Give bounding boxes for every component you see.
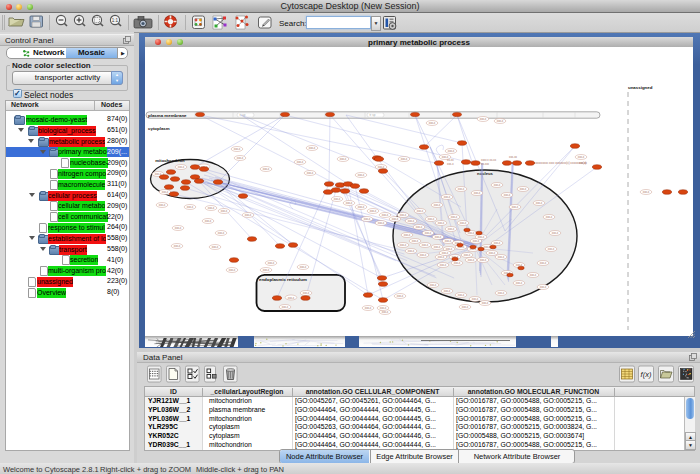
svg-text:xxx-x: xxx-x	[546, 215, 553, 219]
svg-text:xx-xxx: xx-xxx	[481, 162, 490, 166]
svg-text:xxx-x: xxx-x	[364, 217, 371, 221]
svg-text:xxx-x: xxx-x	[540, 261, 547, 265]
svg-text:xxx-x: xxx-x	[378, 221, 385, 225]
svg-text:xxx-x: xxx-x	[445, 239, 452, 243]
svg-text:xxx-x: xxx-x	[208, 206, 215, 210]
svg-text:xxx-x: xxx-x	[400, 213, 407, 217]
svg-text:xxx-x: xxx-x	[297, 160, 304, 164]
svg-text:xxx-x: xxx-x	[498, 255, 505, 259]
svg-text:xxx-x: xxx-x	[468, 258, 475, 262]
svg-text:xxx-x: xxx-x	[382, 213, 389, 217]
svg-text:xxx-x: xxx-x	[442, 251, 449, 255]
svg-text:xxx-x: xxx-x	[358, 205, 365, 209]
svg-text:xxx-x: xxx-x	[408, 249, 415, 253]
svg-text:tr sp: tr sp	[370, 113, 376, 117]
svg-text:xxx-x: xxx-x	[422, 243, 429, 247]
svg-text:xxx-x: xxx-x	[400, 243, 407, 247]
svg-text:xxx-x: xxx-x	[187, 205, 194, 209]
svg-text:xxx-x: xxx-x	[444, 195, 451, 199]
svg-text:xxx-x: xxx-x	[417, 209, 424, 213]
svg-text:xxx-x: xxx-x	[229, 268, 236, 272]
svg-text:nucleus: nucleus	[477, 171, 493, 176]
svg-text:xxx-x: xxx-x	[540, 285, 547, 289]
svg-text:xxx-x: xxx-x	[451, 215, 458, 219]
svg-text:xxx-x: xxx-x	[489, 251, 496, 255]
svg-text:cytoplasm: cytoplasm	[148, 126, 170, 131]
svg-text:xxx-x: xxx-x	[288, 296, 295, 300]
svg-text:xxx-x: xxx-x	[346, 201, 353, 205]
svg-text:plasma membrane: plasma membrane	[148, 113, 187, 118]
svg-text:xxx-x: xxx-x	[425, 231, 432, 235]
svg-text:xxx-x: xxx-x	[448, 227, 455, 231]
svg-text:mitochondrion: mitochondrion	[155, 158, 185, 163]
svg-text:xxx-x: xxx-x	[473, 239, 480, 243]
svg-text:xxx-x: xxx-x	[494, 241, 501, 245]
svg-text:xxx-xx: xxx-xx	[579, 161, 588, 165]
svg-text:xxx-x: xxx-x	[307, 171, 314, 175]
svg-text:xxx-x: xxx-x	[464, 253, 471, 257]
svg-text:xxx-x: xxx-x	[237, 156, 244, 160]
svg-text:xxx-x: xxx-x	[282, 305, 289, 309]
svg-text:xxx-x: xxx-x	[334, 197, 341, 201]
svg-text:xxx-x: xxx-x	[536, 201, 543, 205]
svg-text:xxx-x: xxx-x	[397, 294, 404, 298]
svg-text:xxx-x: xxx-x	[392, 217, 399, 221]
svg-text:xxx-x: xxx-x	[472, 297, 479, 301]
svg-text:xxx-x: xxx-x	[474, 191, 481, 195]
svg-text:xxx-x: xxx-x	[504, 193, 511, 197]
svg-text:xxx-x: xxx-x	[380, 306, 387, 310]
svg-text:xxx-x: xxx-x	[221, 209, 228, 213]
svg-text:xxx-x: xxx-x	[494, 183, 501, 187]
svg-text:xxx-x: xxx-x	[498, 291, 505, 295]
svg-text:xxx-x: xxx-x	[178, 165, 185, 169]
svg-text:xxx-x: xxx-x	[162, 190, 169, 194]
svg-text:xxx-x: xxx-x	[444, 289, 451, 293]
svg-text:xxx-x: xxx-x	[462, 305, 469, 309]
svg-text:xxx-x: xxx-x	[548, 247, 555, 251]
svg-text:xxx-x: xxx-x	[480, 258, 487, 262]
svg-text:xxx-x: xxx-x	[448, 149, 455, 153]
svg-text:xxx-x: xxx-x	[497, 119, 504, 123]
svg-text:xxx-x: xxx-x	[412, 239, 419, 243]
svg-text:xxx-x: xxx-x	[309, 146, 316, 150]
svg-text:xxx-x: xxx-x	[300, 265, 307, 269]
svg-text:xxx-x: xxx-x	[175, 226, 182, 230]
svg-text:xxx-x: xxx-x	[401, 157, 408, 161]
svg-text:xxx-x: xxx-x	[530, 273, 537, 277]
svg-text:xxx-x: xxx-x	[416, 225, 423, 229]
svg-text:xxx-x: xxx-x	[218, 231, 225, 235]
svg-text:xxx-x: xxx-x	[263, 167, 270, 171]
svg-text:xxx-x: xxx-x	[404, 233, 411, 237]
svg-text:xxx-x: xxx-x	[458, 187, 465, 191]
svg-text:xxx-x: xxx-x	[447, 162, 454, 166]
svg-text:xxx-x: xxx-x	[370, 209, 377, 213]
svg-text:xxx-x: xxx-x	[268, 261, 275, 265]
svg-text:xxx-x: xxx-x	[212, 245, 219, 249]
svg-text:xxx-x: xxx-x	[434, 203, 441, 207]
svg-text:xxx-x: xxx-x	[458, 293, 465, 297]
svg-text:xxx-x: xxx-x	[429, 121, 436, 125]
svg-text:xxx-x: xxx-x	[440, 263, 447, 267]
svg-text:xxx-x: xxx-x	[365, 306, 372, 310]
svg-text:xxx-x: xxx-x	[430, 283, 437, 287]
svg-text:xxx-x: xxx-x	[454, 261, 461, 265]
svg-text:xxx-x: xxx-x	[420, 253, 427, 257]
svg-text:xxx-x: xxx-x	[434, 245, 441, 249]
svg-text:xxx-x: xxx-x	[480, 117, 487, 121]
svg-text:xxx-x: xxx-x	[174, 244, 181, 248]
svg-text:xxx-x: xxx-x	[428, 217, 435, 221]
svg-text:xxx-x: xxx-x	[482, 301, 489, 305]
svg-text:endoplasmic reticulum: endoplasmic reticulum	[259, 277, 307, 282]
svg-text:xxx-x: xxx-x	[460, 221, 467, 225]
svg-text:xxx-x: xxx-x	[408, 219, 415, 223]
svg-text:xxx-x: xxx-x	[512, 205, 519, 209]
svg-text:xxx-x: xxx-x	[303, 291, 310, 295]
svg-text:xxx-x: xxx-x	[263, 268, 270, 272]
svg-text:xxx-x: xxx-x	[340, 157, 347, 161]
svg-text:xxx-x: xxx-x	[358, 173, 365, 177]
svg-text:xxx-x: xxx-x	[478, 235, 485, 239]
svg-text:xxx-x: xxx-x	[234, 147, 241, 151]
svg-text:xxx-x: xxx-x	[520, 187, 527, 191]
svg-text:1:1: 1:1	[112, 18, 119, 23]
svg-text:xxx-x: xxx-x	[516, 281, 523, 285]
